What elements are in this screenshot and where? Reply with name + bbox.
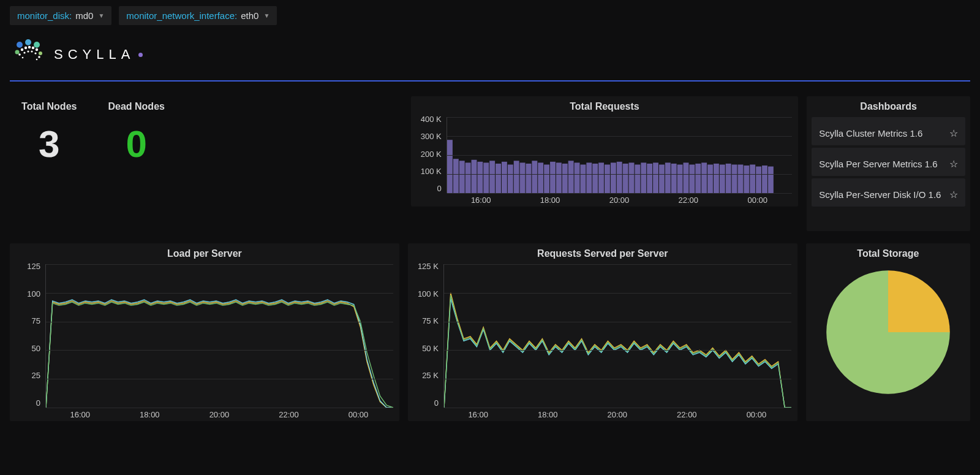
divider <box>10 80 970 82</box>
y-tick: 75 <box>12 316 44 325</box>
y-axis: 400 K 300 K 200 K 100 K 0 <box>413 115 445 193</box>
svg-rect-27 <box>502 162 507 193</box>
dashboard-link-text: Scylla Cluster Metrics 1.6 <box>819 127 949 140</box>
svg-rect-54 <box>665 162 671 193</box>
svg-point-10 <box>18 53 21 56</box>
svg-point-12 <box>23 51 25 53</box>
chevron-down-icon: ▼ <box>263 12 270 19</box>
svg-rect-37 <box>562 164 568 193</box>
svg-point-0 <box>17 42 23 48</box>
total-storage-panel[interactable]: Total Storage <box>806 243 970 421</box>
svg-rect-52 <box>653 162 658 193</box>
y-tick: 100 K <box>413 167 445 176</box>
x-tick: 00:00 <box>747 410 767 419</box>
x-tick: 16:00 <box>70 410 91 419</box>
svg-rect-66 <box>737 165 743 194</box>
svg-rect-67 <box>744 165 749 193</box>
svg-rect-64 <box>725 164 731 193</box>
load-chart <box>46 264 393 408</box>
x-tick: 16:00 <box>471 196 491 205</box>
chart-body: 125 K 100 K 75 K 50 K 25 K 0 16:00 18:00… <box>408 262 797 421</box>
svg-rect-50 <box>641 162 646 193</box>
svg-rect-47 <box>622 164 628 193</box>
filter-label: monitor_network_interface: <box>126 10 237 21</box>
logo-text: SCYLLA <box>54 47 135 63</box>
dead-nodes-panel: Dead Nodes 0 <box>97 96 175 231</box>
x-tick: 20:00 <box>209 410 230 419</box>
y-axis: 125 100 75 50 25 0 <box>12 262 44 408</box>
total-nodes-panel: Total Nodes 3 <box>10 96 88 231</box>
y-tick: 50 K <box>410 344 442 353</box>
filter-monitor-disk[interactable]: monitor_disk: md0 ▼ <box>10 6 111 25</box>
star-icon[interactable]: ☆ <box>949 189 958 200</box>
x-tick: 16:00 <box>468 410 488 419</box>
svg-point-8 <box>32 47 34 49</box>
svg-rect-60 <box>701 162 707 193</box>
x-tick: 22:00 <box>279 410 299 419</box>
requests-chart <box>444 264 791 408</box>
dashboard-link-text: Scylla Per Server Metrics 1.6 <box>819 158 949 170</box>
row-1: Total Nodes 3 Dead Nodes 0 Total Request… <box>10 96 970 231</box>
x-tick: 20:00 <box>608 410 628 419</box>
y-tick: 0 <box>413 184 445 193</box>
scylla-logo-icon <box>13 37 48 72</box>
y-axis: 125 K 100 K 75 K 50 K 25 K 0 <box>410 262 442 408</box>
logo-row: SCYLLA <box>13 37 970 72</box>
svg-rect-62 <box>714 164 719 193</box>
svg-rect-24 <box>483 162 489 193</box>
svg-rect-70 <box>762 165 767 193</box>
panel-title: Dashboards <box>807 96 970 115</box>
svg-rect-45 <box>611 162 616 193</box>
load-per-server-panel[interactable]: Load per Server 125 100 75 50 25 0 16:00 <box>10 243 399 421</box>
svg-rect-36 <box>556 162 562 193</box>
svg-rect-35 <box>550 162 556 193</box>
filter-value: md0 <box>75 10 93 21</box>
svg-rect-49 <box>635 165 640 194</box>
star-icon[interactable]: ☆ <box>949 127 958 139</box>
svg-rect-51 <box>647 164 652 193</box>
svg-point-4 <box>39 51 42 55</box>
dashboard-link[interactable]: Scylla Cluster Metrics 1.6 ☆ <box>812 117 965 145</box>
plot-area <box>45 264 393 408</box>
dashboard-link[interactable]: Scylla Per-Server Disk I/O 1.6 ☆ <box>812 178 965 207</box>
svg-rect-46 <box>616 162 622 193</box>
svg-point-2 <box>34 42 40 48</box>
dead-nodes-value: 0 <box>97 117 175 175</box>
x-tick: 18:00 <box>540 196 560 205</box>
svg-rect-41 <box>586 162 592 193</box>
svg-rect-68 <box>750 165 755 194</box>
svg-rect-22 <box>471 160 477 193</box>
total-nodes-label: Total Nodes <box>10 96 88 117</box>
filter-value: eth0 <box>241 10 258 21</box>
svg-point-6 <box>24 47 27 49</box>
x-tick: 18:00 <box>538 410 558 419</box>
svg-rect-69 <box>756 167 761 193</box>
dashboard-link[interactable]: Scylla Per Server Metrics 1.6 ☆ <box>812 148 965 176</box>
svg-rect-59 <box>695 164 701 193</box>
plot-area <box>447 117 792 193</box>
star-icon[interactable]: ☆ <box>949 158 958 170</box>
panel-title: Load per Server <box>10 243 399 262</box>
y-tick: 125 K <box>410 262 442 271</box>
y-tick: 25 K <box>410 371 442 380</box>
svg-rect-57 <box>683 162 688 193</box>
x-tick: 22:00 <box>677 410 697 419</box>
filter-monitor-network[interactable]: monitor_network_interface: eth0 ▼ <box>119 6 277 25</box>
total-nodes-value: 3 <box>10 117 88 175</box>
svg-rect-34 <box>544 165 549 194</box>
filter-label: monitor_disk: <box>17 10 72 21</box>
requests-served-panel[interactable]: Requests Served per Server 125 K 100 K 7… <box>408 243 797 421</box>
svg-point-1 <box>25 39 31 45</box>
svg-rect-58 <box>689 165 695 194</box>
svg-rect-65 <box>731 165 737 194</box>
svg-rect-31 <box>526 164 531 193</box>
svg-rect-63 <box>720 165 725 194</box>
panel-title: Total Storage <box>806 243 970 262</box>
chevron-down-icon: ▼ <box>98 12 104 19</box>
y-tick: 0 <box>410 398 442 408</box>
x-tick: 00:00 <box>747 196 767 205</box>
svg-rect-42 <box>592 164 598 193</box>
svg-rect-32 <box>532 161 537 193</box>
svg-rect-21 <box>465 162 470 193</box>
total-requests-panel[interactable]: Total Requests 400 K 300 K 200 K 100 K 0… <box>411 96 798 207</box>
